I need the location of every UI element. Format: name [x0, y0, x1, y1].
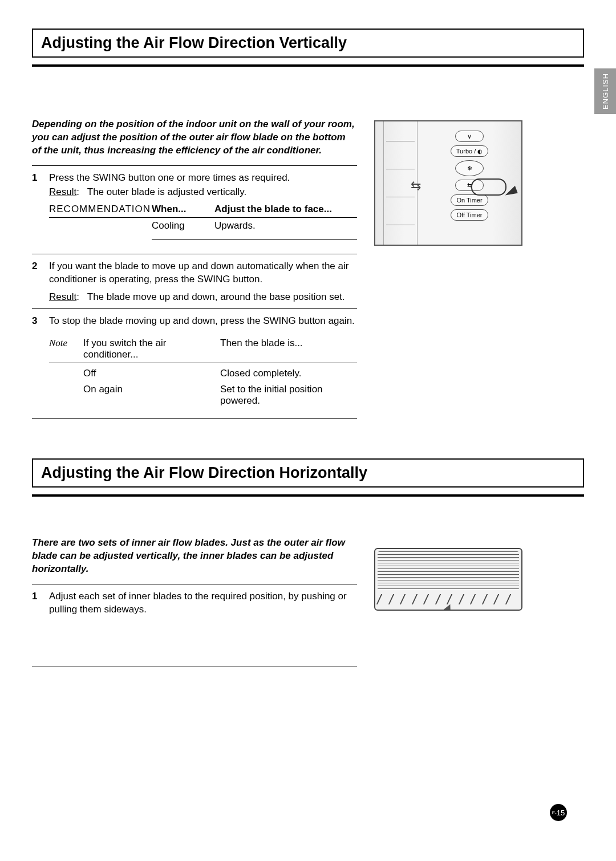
recommendation-header: RECOMMENDATION When... Adjust the blade …: [49, 204, 357, 218]
note-head-then: Then the blade is...: [220, 338, 357, 360]
step-body: If you want the blade to move up and dow…: [49, 260, 357, 304]
recommendation-label: RECOMMENDATION: [49, 204, 152, 215]
recommendation-table: RECOMMENDATION When... Adjust the blade …: [49, 204, 357, 240]
step-result: Result: The outer blade is adjusted vert…: [49, 186, 357, 199]
step-text: Adjust each set of inner blades to the r…: [49, 591, 347, 615]
note-block: Note If you switch the air conditioner..…: [49, 338, 357, 411]
turbo-button: Turbo/◐: [451, 145, 488, 157]
result-label: Result: [49, 291, 76, 302]
step-text: If you want the blade to move up and dow…: [49, 261, 348, 285]
note-row-2: On again Set to the initial position pow…: [49, 384, 357, 411]
section2-columns: There are two sets of inner air flow bla…: [32, 537, 584, 667]
remote-illustration-column: ⇆ ∨ Turbo/◐ ❄︎ ⇆ On Timer Off Timer: [374, 118, 534, 246]
swing-button-highlight: [471, 178, 506, 196]
step-text: To stop the blade moving up and down, pr…: [49, 315, 355, 326]
step-number: 1: [32, 590, 42, 616]
page-number-prefix: E-: [552, 810, 557, 815]
heading-rule: [32, 64, 584, 67]
divider: [32, 418, 357, 419]
note-head-if: If you switch the air conditioner...: [83, 338, 220, 360]
step-2: 2 If you want the blade to move up and d…: [32, 260, 357, 304]
recommendation-row: Cooling Upwards.: [49, 218, 357, 232]
divider: [32, 165, 357, 166]
section-heading-vertical: Adjusting the Air Flow Direction Vertica…: [32, 29, 584, 58]
indoor-unit-illustration: [374, 548, 522, 611]
note-row-1: Off Closed completely.: [49, 363, 357, 384]
note-label: Note: [49, 338, 83, 360]
down-arrow-button: ∨: [455, 131, 484, 142]
step-number: 2: [32, 260, 42, 304]
step-3: 3 To stop the blade moving up and down, …: [32, 315, 357, 328]
note-spacer: [49, 384, 83, 407]
page-number: 15: [557, 809, 565, 817]
page-number-badge: E-15: [550, 804, 567, 821]
result-label: Result: [49, 186, 76, 197]
note-r1c1: Off: [83, 368, 220, 379]
section2-text-column: There are two sets of inner air flow bla…: [32, 537, 357, 667]
note-header: Note If you switch the air conditioner..…: [49, 338, 357, 363]
language-tab: ENGLISH: [594, 68, 616, 114]
section2-intro: There are two sets of inner air flow bla…: [32, 537, 357, 576]
step-body: Press the SWING button one or more times…: [49, 172, 357, 199]
rec-when: Cooling: [152, 220, 214, 232]
note-spacer: [49, 368, 83, 379]
rec-adjust: Upwards.: [214, 220, 357, 232]
rec-spacer: [49, 220, 152, 232]
page-footer-area: E-15: [32, 667, 584, 815]
col-when: When...: [152, 204, 214, 215]
result-text: The outer blade is adjusted vertically.: [87, 186, 246, 197]
h-step-1: 1 Adjust each set of inner blades to the…: [32, 590, 357, 616]
on-timer-button: On Timer: [451, 194, 488, 206]
step-text: Press the SWING button one or more times…: [49, 172, 290, 183]
unit-grille: [378, 551, 519, 590]
section-heading-horizontal: Adjusting the Air Flow Direction Horizon…: [32, 458, 584, 488]
col-adjust: Adjust the blade to face...: [214, 204, 357, 215]
section1-intro: Depending on the position of the indoor …: [32, 118, 357, 157]
divider: [32, 254, 357, 254]
heading-rule: [32, 494, 584, 497]
step-number: 3: [32, 315, 42, 328]
table-underline: [152, 232, 357, 240]
divider: [32, 584, 357, 584]
section1-columns: Depending on the position of the indoor …: [32, 118, 584, 419]
step-result: Result: The blade move up and down, arou…: [49, 291, 357, 304]
step-number: 1: [32, 172, 42, 199]
section1-text-column: Depending on the position of the indoor …: [32, 118, 357, 419]
manual-page: ENGLISH Adjusting the Air Flow Direction…: [0, 0, 616, 838]
step-1: 1 Press the SWING button one or more tim…: [32, 172, 357, 199]
off-timer-button: Off Timer: [451, 209, 488, 221]
step-body: Adjust each set of inner blades to the r…: [49, 590, 357, 616]
note-r2c2: Set to the initial position powered.: [220, 384, 357, 407]
step-body: To stop the blade moving up and down, pr…: [49, 315, 357, 328]
mode-button: ❄︎: [455, 160, 484, 176]
remote-control-illustration: ⇆ ∨ Turbo/◐ ❄︎ ⇆ On Timer Off Timer: [374, 120, 522, 246]
result-text: The blade move up and down, around the b…: [87, 291, 345, 302]
unit-illustration-column: [374, 537, 534, 611]
divider: [32, 308, 357, 309]
note-r1c2: Closed completely.: [220, 368, 357, 379]
note-r2c1: On again: [83, 384, 220, 407]
